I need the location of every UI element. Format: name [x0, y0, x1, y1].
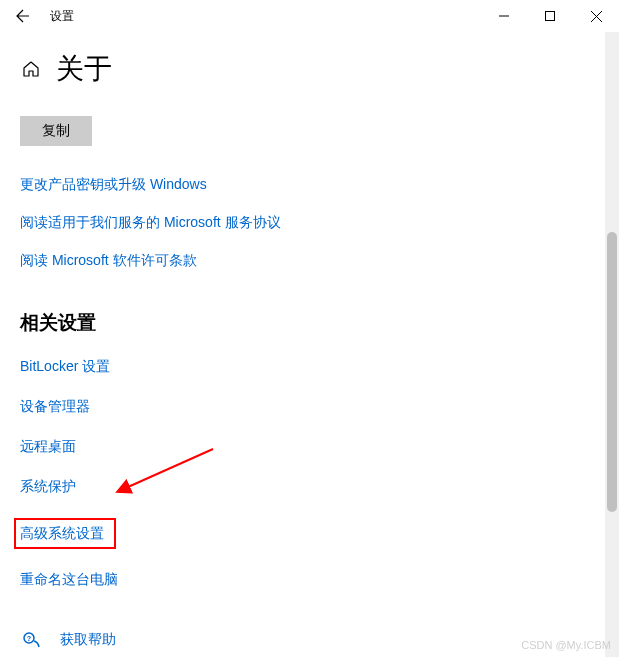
help-icon: ?	[20, 629, 42, 651]
main-links: 更改产品密钥或升级 Windows 阅读适用于我们服务的 Microsoft 服…	[20, 176, 599, 270]
minimize-icon	[499, 11, 509, 21]
svg-rect-1	[546, 12, 555, 21]
back-arrow-icon	[15, 8, 31, 24]
link-system-protection[interactable]: 系统保护	[20, 478, 76, 496]
highlight-advanced-system: 高级系统设置	[14, 518, 116, 549]
close-button[interactable]	[573, 0, 619, 32]
minimize-button[interactable]	[481, 0, 527, 32]
footer-links: ? 获取帮助 提供反馈	[20, 629, 599, 657]
link-rename-pc[interactable]: 重命名这台电脑	[20, 571, 118, 589]
link-advanced-system-settings[interactable]: 高级系统设置	[20, 525, 104, 543]
page-header: 关于	[20, 50, 599, 88]
link-license-terms[interactable]: 阅读 Microsoft 软件许可条款	[20, 252, 599, 270]
link-change-product-key[interactable]: 更改产品密钥或升级 Windows	[20, 176, 599, 194]
svg-text:?: ?	[27, 635, 31, 642]
back-button[interactable]	[8, 0, 38, 32]
copy-button[interactable]: 复制	[20, 116, 92, 146]
related-settings-title: 相关设置	[20, 310, 599, 336]
app-title: 设置	[50, 8, 74, 25]
footer-help[interactable]: ? 获取帮助	[20, 629, 599, 651]
content-area: 关于 复制 更改产品密钥或升级 Windows 阅读适用于我们服务的 Micro…	[0, 32, 619, 657]
maximize-icon	[545, 11, 555, 21]
link-device-manager[interactable]: 设备管理器	[20, 398, 90, 416]
titlebar: 设置	[0, 0, 619, 32]
scrollbar-thumb[interactable]	[607, 232, 617, 512]
close-icon	[591, 11, 602, 22]
link-remote-desktop[interactable]: 远程桌面	[20, 438, 76, 456]
page-title: 关于	[56, 50, 112, 88]
footer-help-label: 获取帮助	[60, 631, 116, 649]
scrollbar[interactable]	[605, 32, 619, 657]
link-service-agreement[interactable]: 阅读适用于我们服务的 Microsoft 服务协议	[20, 214, 599, 232]
related-settings-list: BitLocker 设置 设备管理器 远程桌面 系统保护 高级系统设置 重命名这…	[20, 358, 599, 589]
watermark: CSDN @My.ICBM	[521, 639, 611, 651]
window-controls	[481, 0, 619, 32]
home-icon[interactable]	[20, 60, 42, 78]
link-bitlocker[interactable]: BitLocker 设置	[20, 358, 110, 376]
maximize-button[interactable]	[527, 0, 573, 32]
